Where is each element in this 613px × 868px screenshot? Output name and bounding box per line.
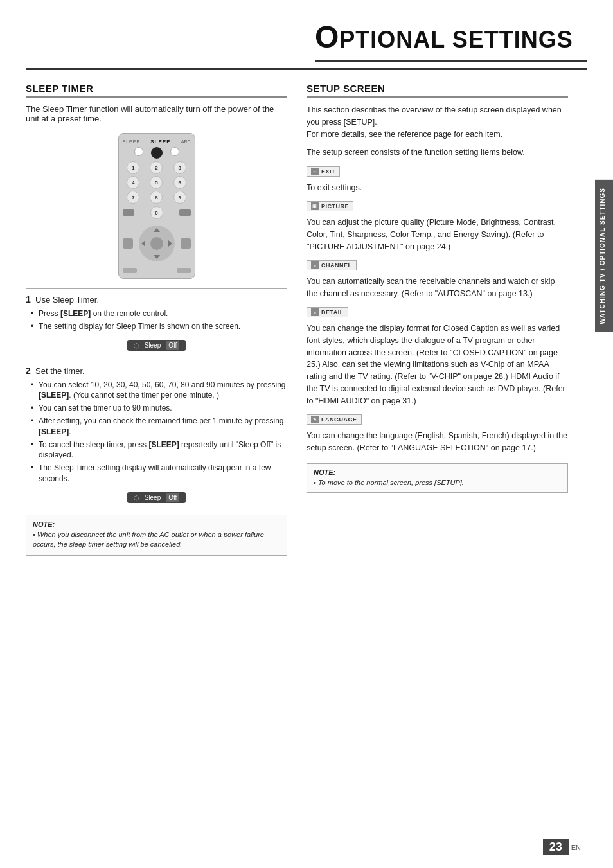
remote-top-row: SLEEP SLEEP ARC [123,139,191,145]
step2-bullets: You can select 10, 20, 30, 40, 50, 60, 7… [26,380,287,484]
setup-item-channel: ≡ CHANNEL You can automatically scan the… [306,260,568,300]
step2-bullet-4: To cancel the sleep timer, press [SLEEP]… [31,439,287,461]
sleep-timer-note-title: NOTE: [33,520,280,528]
sleep-label-1: Sleep [145,342,161,349]
chapter-title: OPTIONAL SETTINGS [315,19,587,62]
channel-icon: ≡ [311,261,319,269]
exit-description: To exit settings. [306,182,568,194]
setup-intro-text1: This section describes the overview of t… [306,105,562,127]
remote-num-grid: 1 2 3 4 5 6 7 8 9 [123,161,191,204]
page-number: 23 [543,839,569,855]
step1-bullet-1: Press [SLEEP] on the remote control. [31,308,287,319]
step1-number: 1 [26,294,31,305]
language-badge: ✎ LANGUAGE [306,414,362,425]
remote-bottom-r [177,268,191,273]
remote-box: SLEEP SLEEP ARC 1 2 3 4 5 6 7 [118,133,195,279]
exit-icon: → [311,168,319,175]
off-label-2: Off [166,493,179,502]
step1-bullet-2: The setting display for Sleep Timer is s… [31,321,287,332]
remote-btn-8: 8 [150,191,163,204]
detail-badge: ≡ DETAIL [306,307,348,317]
remote-mid-row: 0 [123,206,191,219]
side-tab: WATCHING TV / OPTIONAL SETTINGS [595,180,613,332]
setup-intro-text2: For more details, see the reference page… [306,130,502,139]
remote-extra-btn [170,147,179,156]
chapter-title-rest: PTIONAL SETTINGS [339,26,573,53]
remote-side-btn-r [181,238,191,249]
remote-rect-left [123,209,134,216]
page-lang: EN [571,844,581,851]
step2-intro: 2 Set the timer. [26,366,287,376]
setup-note-text: • To move to the normal screen, press [S… [314,478,561,488]
detail-description: You can change the display format for Cl… [306,323,568,407]
step2-number: 2 [26,366,31,376]
remote-nav [139,226,175,261]
remote-bottom [123,268,191,273]
sleep-timer-section: SLEEP TIMER The Sleep Timer function wil… [26,83,287,556]
setup-items-list: → EXIT To exit settings. ▣ PICTURE You c… [306,165,568,454]
sleep-icon-2: ◌ [134,494,139,501]
sleep-display-2: ◌ Sleep Off [127,492,186,503]
step2-bullet-5: The Sleep Timer setting display will aut… [31,463,287,484]
remote-power-btn [151,147,163,159]
chapter-title-o: O [315,20,339,54]
sleep-timer-note: NOTE: • When you disconnect the unit fro… [26,515,287,556]
remote-top-buttons [123,147,191,159]
step2-bullet-2: You can set the timer up to 90 minutes. [31,403,287,414]
setup-item-language: ✎ LANGUAGE You can change the language (… [306,413,568,454]
page-number-area: 23 EN [543,839,581,855]
sleep-timer-intro: The Sleep Timer function will automatica… [26,104,287,123]
language-label: LANGUAGE [321,416,357,423]
setup-item-picture: ▣ PICTURE You can adjust the picture qua… [306,200,568,252]
sleep-display-1: ◌ Sleep Off [127,340,186,351]
remote-btn-9: 9 [173,191,186,204]
setup-intro-3: The setup screen consists of the functio… [306,146,568,159]
remote-nav-inner [150,237,163,250]
remote-btn-3: 3 [173,161,186,174]
language-icon: ✎ [311,416,319,423]
remote-bottom-l [123,268,137,273]
picture-description: You can adjust the picture quality (Pict… [306,217,568,252]
remote-sleep-label: SLEEP [150,139,170,145]
remote-btn-0: 0 [150,206,163,219]
setup-screen-section: SETUP SCREEN This section describes the … [306,83,587,556]
remote-sleep-btn [134,147,143,156]
remote-side-btn-l [123,238,133,249]
remote-btn-5: 5 [150,176,163,189]
setup-screen-heading: SETUP SCREEN [306,83,568,98]
step2-bullet-1: You can select 10, 20, 30, 40, 50, 60, 7… [31,380,287,402]
remote-illustration: SLEEP SLEEP ARC 1 2 3 4 5 6 7 [26,133,287,279]
off-label-1: Off [166,341,179,350]
remote-btn-1: 1 [127,161,139,174]
exit-badge: → EXIT [306,166,340,177]
remote-sleep-text: SLEEP [123,139,141,144]
picture-icon: ▣ [311,202,319,210]
setup-intro-1: This section describes the overview of t… [306,104,568,140]
step2-divider [26,360,287,360]
step1-intro: 1 Use Sleep Timer. [26,294,287,305]
channel-description: You can automatically scan the receivabl… [306,276,568,300]
channel-badge: ≡ CHANNEL [306,260,357,270]
step1-bullets: Press [SLEEP] on the remote control. The… [26,308,287,332]
remote-btn-2: 2 [150,161,163,174]
detail-label: DETAIL [321,309,344,315]
sleep-label-2: Sleep [145,494,161,501]
page-header: OPTIONAL SETTINGS [0,0,613,68]
remote-arc-label: ARC [181,139,191,144]
remote-btn-7: 7 [127,191,139,204]
sleep-timer-note-text: • When you disconnect the unit from the … [33,530,280,550]
setup-note-title: NOTE: [314,468,561,476]
detail-icon: ≡ [311,308,319,316]
main-content: SLEEP TIMER The Sleep Timer function wil… [0,70,613,569]
step1-divider [26,288,287,289]
step2-text: Set the timer. [35,366,85,376]
sleep-display-2-wrap: ◌ Sleep Off [26,488,287,507]
language-description: You can change the language (English, Sp… [306,430,568,454]
sleep-timer-heading: SLEEP TIMER [26,83,287,98]
exit-label: EXIT [321,168,335,175]
remote-btn-4: 4 [127,176,139,189]
setup-item-detail: ≡ DETAIL You can change the display form… [306,306,568,407]
channel-label: CHANNEL [321,262,352,269]
step2-bullet-3: After setting, you can check the remaine… [31,416,287,438]
remote-mid2 [123,222,191,265]
